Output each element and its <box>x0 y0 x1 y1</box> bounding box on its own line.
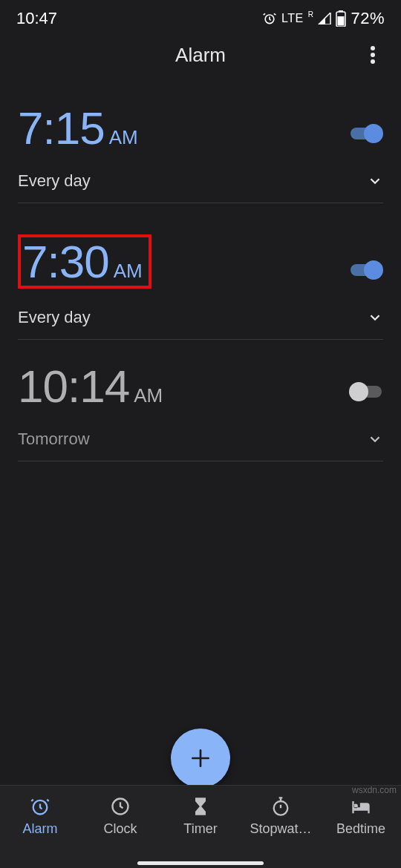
alarm-item: 10:14 AM Tomorrow <box>18 350 383 472</box>
clock-icon <box>110 796 131 817</box>
alarm-toggle[interactable] <box>349 382 383 401</box>
home-indicator <box>137 861 264 865</box>
tab-label: Timer <box>183 821 217 837</box>
alarm-ampm: AM <box>109 126 138 152</box>
bottom-nav: Alarm Clock Timer Stopwat… Bedtime <box>0 785 401 868</box>
alarm-time-button[interactable]: 7:15 AM <box>18 105 138 152</box>
battery-percent: 72% <box>351 9 385 28</box>
battery-icon <box>336 10 346 27</box>
overflow-menu-button[interactable] <box>358 40 388 70</box>
tab-label: Clock <box>103 821 137 837</box>
tab-label: Bedtime <box>336 821 385 837</box>
alarm-time: 10:14 <box>18 364 129 410</box>
alarm-time-button[interactable]: 7:30 AM <box>18 227 151 289</box>
tab-stopwatch[interactable]: Stopwat… <box>241 796 321 837</box>
alarm-time-button[interactable]: 10:14 AM <box>18 364 163 410</box>
alarm-schedule: Every day <box>18 308 91 327</box>
alarm-ampm: AM <box>114 260 143 286</box>
plus-icon <box>189 746 212 770</box>
divider <box>18 339 383 340</box>
svg-point-4 <box>371 46 375 50</box>
divider <box>18 461 383 461</box>
alarm-toggle[interactable] <box>349 124 383 143</box>
roaming-label: R <box>308 10 314 19</box>
svg-point-5 <box>371 53 375 57</box>
stopwatch-icon <box>270 796 291 817</box>
page-title: Alarm <box>175 44 226 67</box>
bed-icon <box>351 796 371 817</box>
status-time: 10:47 <box>16 9 57 28</box>
alarm-time: 7:30 <box>22 239 109 285</box>
watermark: wsxdn.com <box>352 785 397 795</box>
status-bar: 10:47 LTE R 72% <box>0 0 401 33</box>
tab-bedtime[interactable]: Bedtime <box>321 796 401 837</box>
tab-clock[interactable]: Clock <box>80 796 160 837</box>
alarm-time: 7:15 <box>18 105 105 151</box>
tab-label: Stopwat… <box>250 821 311 837</box>
hourglass-icon <box>190 796 211 817</box>
chevron-down-icon <box>367 173 383 189</box>
alarm-schedule: Tomorrow <box>18 430 90 449</box>
signal-icon <box>318 13 331 24</box>
alarm-toggle[interactable] <box>349 260 383 280</box>
app-bar: Alarm <box>0 33 401 77</box>
more-vert-icon <box>371 46 375 64</box>
tab-alarm[interactable]: Alarm <box>0 796 80 837</box>
network-label: LTE <box>281 12 304 25</box>
alarm-item: 7:30 AM Every day <box>18 214 383 350</box>
chevron-down-icon <box>367 309 383 326</box>
alarm-expand-row[interactable]: Every day <box>18 289 383 327</box>
status-right: LTE R 72% <box>262 9 385 28</box>
alarm-list: 7:15 AM Every day 7:30 AM <box>0 77 401 472</box>
alarm-indicator-icon <box>262 11 277 26</box>
add-alarm-button[interactable] <box>171 729 230 788</box>
alarm-item: 7:15 AM Every day <box>18 92 383 214</box>
tab-timer[interactable]: Timer <box>160 796 241 837</box>
alarm-expand-row[interactable]: Every day <box>18 152 383 191</box>
svg-point-6 <box>371 59 375 64</box>
alarm-expand-row[interactable]: Tomorrow <box>18 410 383 449</box>
svg-rect-3 <box>338 16 345 26</box>
alarm-schedule: Every day <box>18 171 91 191</box>
tab-label: Alarm <box>22 821 57 837</box>
alarm-icon <box>30 796 50 817</box>
divider <box>18 203 383 203</box>
alarm-ampm: AM <box>134 384 163 410</box>
chevron-down-icon <box>367 431 383 447</box>
